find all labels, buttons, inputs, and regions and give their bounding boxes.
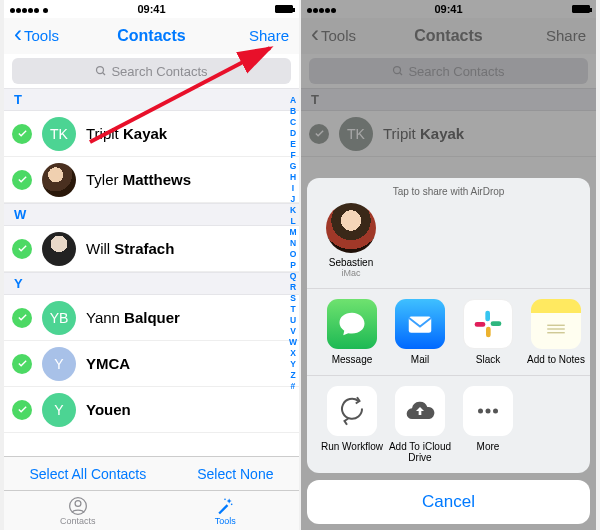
avatar: Y: [42, 347, 76, 381]
svg-point-19: [493, 409, 498, 414]
workflow-icon: [327, 386, 377, 436]
search-placeholder: Search Contacts: [111, 64, 207, 79]
checkmark-icon[interactable]: [12, 354, 32, 374]
search-icon: [95, 65, 107, 77]
contact-name: Tyler Matthews: [86, 171, 191, 188]
share-actions-row: Run Workflow Add To iCloud Drive More: [307, 376, 590, 469]
contact-row[interactable]: Y YMCA: [4, 341, 299, 387]
share-apps-row: Message Mail Slack Add to Notes: [307, 289, 590, 376]
checkmark-icon[interactable]: [12, 170, 32, 190]
airdrop-title: Tap to share with AirDrop: [307, 186, 590, 197]
more-icon: [463, 386, 513, 436]
avatar: YB: [42, 301, 76, 335]
search-field[interactable]: Search Contacts: [12, 58, 291, 84]
share-app-mail[interactable]: Mail: [387, 299, 453, 365]
share-button[interactable]: Share: [249, 27, 289, 44]
svg-line-1: [103, 73, 106, 76]
contact-name: Youen: [86, 401, 131, 418]
section-header-t: T: [4, 88, 299, 111]
contacts-icon: [68, 496, 88, 516]
airdrop-avatar: [326, 203, 376, 253]
svg-point-18: [486, 409, 491, 414]
share-app-notes[interactable]: Add to Notes: [523, 299, 589, 365]
tools-wand-icon: [215, 496, 235, 516]
select-none-button[interactable]: Select None: [197, 466, 273, 482]
phone-right: 09:41 Tools Contacts Share Search Contac…: [301, 0, 596, 530]
avatar: Y: [42, 393, 76, 427]
section-header-y: Y: [4, 272, 299, 295]
svg-point-3: [75, 500, 81, 506]
share-panel: Tap to share with AirDrop Sebastien iMac…: [307, 178, 590, 473]
checkmark-icon[interactable]: [12, 308, 32, 328]
avatar: [42, 232, 76, 266]
contact-row[interactable]: TK Tripit Kayak: [4, 111, 299, 157]
svg-point-17: [478, 409, 483, 414]
contact-row[interactable]: Will Strafach: [4, 226, 299, 272]
select-all-button[interactable]: Select All Contacts: [29, 466, 146, 482]
share-app-message[interactable]: Message: [319, 299, 385, 365]
icloud-icon: [395, 386, 445, 436]
status-time: 09:41: [4, 3, 299, 15]
contact-name: YMCA: [86, 355, 130, 372]
contact-name: Yann Balquer: [86, 309, 180, 326]
contact-name: Will Strafach: [86, 240, 174, 257]
contact-name: Tripit Kayak: [86, 125, 167, 142]
phone-left: 09:41 Tools Contacts Share Search Contac…: [4, 0, 299, 530]
back-button[interactable]: Tools: [14, 27, 59, 44]
contact-row[interactable]: Y Youen: [4, 387, 299, 433]
share-sheet: Tap to share with AirDrop Sebastien iMac…: [307, 178, 590, 524]
share-action-more[interactable]: More: [455, 386, 521, 463]
cancel-button[interactable]: Cancel: [307, 480, 590, 524]
section-header-w: W: [4, 203, 299, 226]
nav-bar: Tools Contacts Share: [4, 18, 299, 54]
share-app-slack[interactable]: Slack: [455, 299, 521, 365]
svg-point-5: [224, 498, 226, 500]
status-bar: 09:41: [4, 0, 299, 18]
checkmark-icon[interactable]: [12, 124, 32, 144]
tab-bar: Contacts Tools: [4, 490, 299, 530]
share-action-icloud[interactable]: Add To iCloud Drive: [387, 386, 453, 463]
svg-rect-11: [491, 321, 502, 326]
svg-point-4: [231, 503, 233, 505]
svg-rect-13: [475, 322, 486, 327]
avatar: TK: [42, 117, 76, 151]
contact-row[interactable]: Tyler Matthews: [4, 157, 299, 203]
tab-tools[interactable]: Tools: [152, 491, 300, 530]
contact-row[interactable]: YB Yann Balquer: [4, 295, 299, 341]
mail-icon: [395, 299, 445, 349]
airdrop-target[interactable]: Sebastien iMac: [321, 203, 381, 278]
slack-icon: [463, 299, 513, 349]
avatar: [42, 163, 76, 197]
svg-rect-12: [486, 327, 491, 338]
checkmark-icon[interactable]: [12, 239, 32, 259]
notes-icon: [531, 299, 581, 349]
airdrop-row: Sebastien iMac: [307, 203, 590, 289]
battery-icon: [275, 5, 293, 13]
share-action-workflow[interactable]: Run Workflow: [319, 386, 385, 463]
tab-contacts[interactable]: Contacts: [4, 491, 152, 530]
svg-point-0: [97, 67, 104, 74]
select-toolbar: Select All Contacts Select None: [4, 456, 299, 490]
svg-rect-10: [485, 311, 490, 322]
message-icon: [327, 299, 377, 349]
checkmark-icon[interactable]: [12, 400, 32, 420]
alpha-index[interactable]: ABCDEFGHIJKLMNOPQRSTUVWXYZ#: [289, 95, 297, 392]
svg-rect-9: [409, 317, 432, 333]
